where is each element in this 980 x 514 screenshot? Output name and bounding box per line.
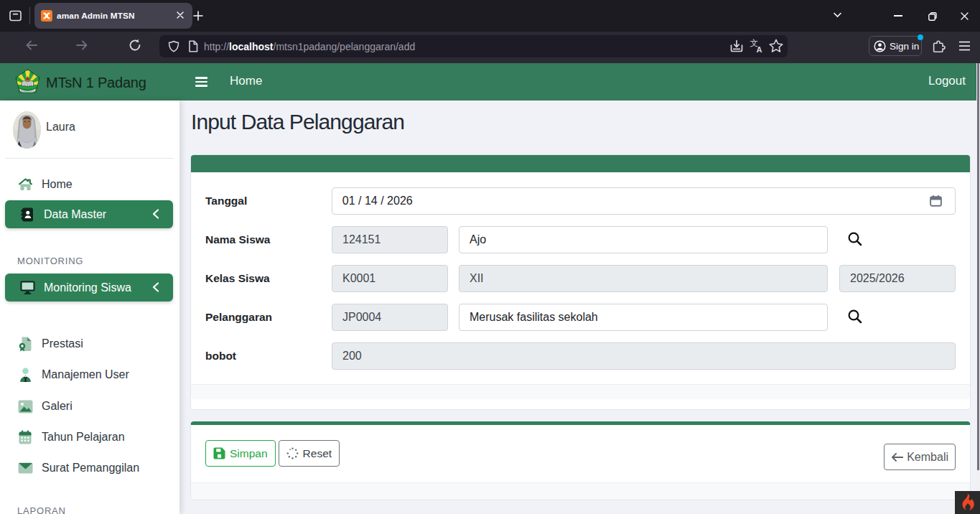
svg-text:A: A [757,45,762,54]
